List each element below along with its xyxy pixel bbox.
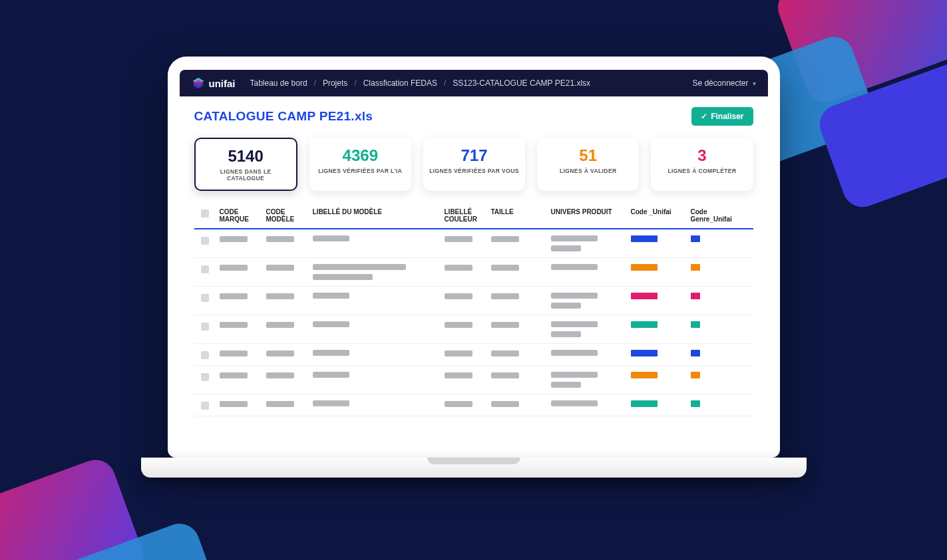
col-header[interactable]: LIBELLÉ DU MODÈLE <box>309 208 441 215</box>
color-chip <box>691 350 700 356</box>
table-row[interactable] <box>194 258 753 287</box>
logout-link[interactable]: Se déconnecter ▾ <box>692 78 755 88</box>
stat-value: 3 <box>657 146 747 165</box>
col-header[interactable]: LIBELLÉ COULEUR <box>441 208 487 223</box>
stat-value: 4369 <box>315 146 405 165</box>
chevron-down-icon: ▾ <box>753 80 756 87</box>
color-chip <box>631 400 658 407</box>
finalize-button[interactable]: ✓ Finaliser <box>691 107 753 126</box>
color-chip <box>631 235 658 242</box>
placeholder-cell <box>491 350 519 356</box>
color-chip <box>691 321 700 328</box>
table-row[interactable] <box>194 315 753 344</box>
placeholder-cell <box>266 350 294 356</box>
row-checkbox[interactable] <box>201 373 209 381</box>
row-checkbox[interactable] <box>201 265 209 273</box>
breadcrumb-item[interactable]: Classfication FEDAS <box>363 78 437 88</box>
stat-card[interactable]: 3LIGNES À COMPLÉTER <box>651 138 753 191</box>
data-table: CODE MARQUE CODE MODÈLE LIBELLÉ DU MODÈL… <box>194 204 753 416</box>
breadcrumb-item[interactable]: SS123-CATALOGUE CAMP PE21.xlsx <box>453 78 590 88</box>
placeholder-cell <box>491 236 519 242</box>
placeholder-cell <box>445 293 473 299</box>
placeholder-cell <box>551 264 598 270</box>
placeholder-cell <box>266 322 294 328</box>
placeholder-cell <box>313 274 373 280</box>
placeholder-cell <box>220 293 248 299</box>
placeholder-cell <box>266 236 294 242</box>
color-chip <box>691 235 700 242</box>
placeholder-cell <box>313 235 349 241</box>
stat-label: LIGNES À VALIDER <box>543 168 633 174</box>
col-header[interactable]: CODE MODÈLE <box>262 208 309 223</box>
logout-label: Se déconnecter <box>692 78 748 88</box>
brand-name: unifai <box>209 78 236 89</box>
brand-logo[interactable]: unifai <box>192 76 236 90</box>
placeholder-cell <box>220 265 248 271</box>
placeholder-cell <box>445 401 473 407</box>
row-checkbox[interactable] <box>201 351 209 359</box>
stat-label: LIGNES À COMPLÉTER <box>657 168 747 174</box>
placeholder-cell <box>491 293 519 299</box>
stat-label: LIGNES VÉRIFIÉES PAR VOUS <box>429 168 519 174</box>
placeholder-cell <box>266 401 294 407</box>
breadcrumb: Tableau de bord / Projets / Classficatio… <box>250 78 685 88</box>
laptop-mockup: unifai Tableau de bord / Projets / Class… <box>168 57 780 478</box>
placeholder-cell <box>551 372 598 378</box>
col-header[interactable]: Code _Unifai <box>627 208 687 215</box>
stat-label: LIGNES DANS LE CATALOGUE <box>201 168 291 182</box>
placeholder-cell <box>551 321 598 327</box>
col-header[interactable]: TAILLE <box>487 208 547 215</box>
stat-card[interactable]: 4369LIGNES VÉRIFIÉES PAR L'IA <box>309 138 411 191</box>
page-title: CATALOGUE CAMP PE21.xls <box>194 109 373 124</box>
table-row[interactable] <box>194 366 753 394</box>
table-row[interactable] <box>194 344 753 366</box>
color-chip <box>691 400 700 407</box>
stat-value: 51 <box>543 146 633 165</box>
breadcrumb-item[interactable]: Tableau de bord <box>250 78 307 88</box>
check-icon: ✓ <box>701 112 707 121</box>
finalize-label: Finaliser <box>711 112 743 121</box>
breadcrumb-item[interactable]: Projets <box>323 78 347 88</box>
placeholder-cell <box>551 303 581 309</box>
row-checkbox[interactable] <box>201 237 209 245</box>
placeholder-cell <box>551 400 598 406</box>
app-screen: unifai Tableau de bord / Projets / Class… <box>180 70 768 446</box>
stat-value: 717 <box>429 146 519 165</box>
placeholder-cell <box>220 236 248 242</box>
placeholder-cell <box>491 265 519 271</box>
col-header[interactable]: UNIVERS PRODUIT <box>547 208 627 215</box>
stat-card[interactable]: 717LIGNES VÉRIFIÉES PAR VOUS <box>423 138 525 191</box>
placeholder-cell <box>445 350 473 356</box>
placeholder-cell <box>220 372 248 378</box>
row-checkbox[interactable] <box>201 294 209 302</box>
select-all-checkbox[interactable] <box>201 210 209 217</box>
breadcrumb-sep: / <box>444 78 446 88</box>
placeholder-cell <box>313 400 349 406</box>
table-body <box>194 229 753 416</box>
placeholder-cell <box>551 382 581 388</box>
table-row[interactable] <box>194 287 753 315</box>
placeholder-cell <box>266 265 294 271</box>
placeholder-cell <box>220 401 248 407</box>
table-row[interactable] <box>194 394 753 416</box>
row-checkbox[interactable] <box>201 402 209 410</box>
laptop-base <box>141 458 807 478</box>
col-header[interactable]: Code Genre_Unifai <box>687 208 753 223</box>
stat-card[interactable]: 51LIGNES À VALIDER <box>537 138 639 191</box>
placeholder-cell <box>551 293 598 299</box>
color-chip <box>631 350 658 356</box>
placeholder-cell <box>220 322 248 328</box>
placeholder-cell <box>491 372 519 378</box>
top-nav: unifai Tableau de bord / Projets / Class… <box>180 70 768 96</box>
col-header[interactable]: CODE MARQUE <box>216 208 262 223</box>
color-chip <box>691 372 700 378</box>
breadcrumb-sep: / <box>354 78 356 88</box>
table-row[interactable] <box>194 229 753 258</box>
stats-row: 5140LIGNES DANS LE CATALOGUE4369LIGNES V… <box>194 138 753 191</box>
stat-card[interactable]: 5140LIGNES DANS LE CATALOGUE <box>194 138 297 191</box>
row-checkbox[interactable] <box>201 323 209 331</box>
placeholder-cell <box>313 264 406 270</box>
color-chip <box>691 264 700 271</box>
placeholder-cell <box>313 293 349 299</box>
placeholder-cell <box>551 235 598 241</box>
